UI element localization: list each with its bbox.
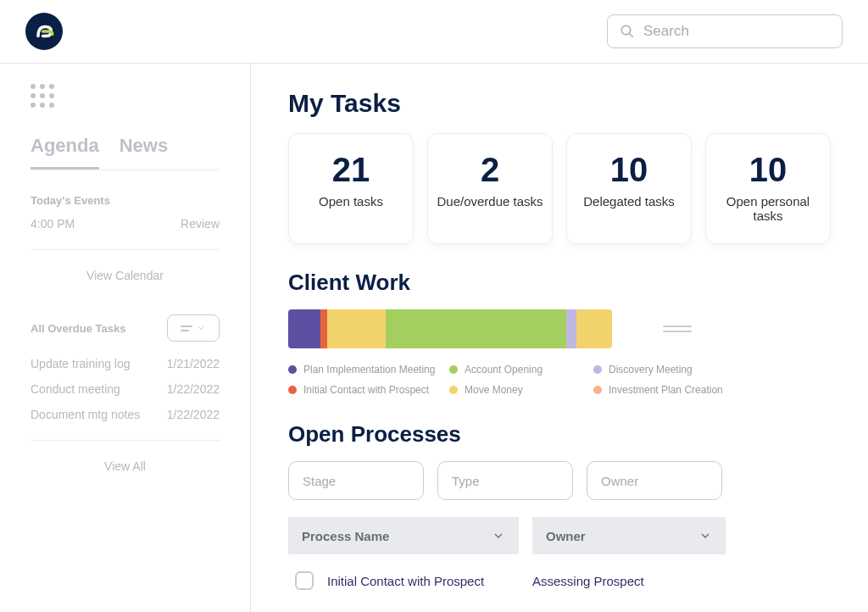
bar-segment[interactable] xyxy=(576,309,612,348)
view-calendar-link[interactable]: View Calendar xyxy=(31,269,220,282)
legend-dot xyxy=(288,365,297,374)
card-number: 10 xyxy=(574,151,684,189)
legend-label: Plan Implementation Meeting xyxy=(303,364,435,376)
th-label: Process Name xyxy=(302,529,389,543)
client-work-bar[interactable] xyxy=(288,309,612,348)
sidebar: Agenda News Today's Events 4:00 PM Revie… xyxy=(0,64,251,612)
bar-segment[interactable] xyxy=(327,309,386,348)
event-row[interactable]: 4:00 PM Review xyxy=(31,217,220,231)
legend-label: Account Opening xyxy=(465,364,542,376)
legend-label: Initial Contact with Prospect xyxy=(303,384,429,396)
overdue-task-date: 1/22/2022 xyxy=(167,408,220,421)
card-delegated[interactable]: 10 Delegated tasks xyxy=(566,133,692,244)
tab-news[interactable]: News xyxy=(120,135,168,170)
bar-segment[interactable] xyxy=(288,309,320,348)
open-processes-title: Open Processes xyxy=(288,421,831,448)
legend: Plan Implementation MeetingAccount Openi… xyxy=(288,364,831,396)
overdue-heading: All Overdue Tasks xyxy=(31,322,125,335)
client-work-title: Client Work xyxy=(288,270,831,296)
overdue-task-row[interactable]: Conduct meeting 1/22/2022 xyxy=(31,382,220,396)
legend-dot xyxy=(288,386,297,394)
legend-dot xyxy=(449,386,458,394)
sidebar-tabs: Agenda News xyxy=(31,135,220,170)
todays-events-heading: Today's Events xyxy=(31,194,220,207)
grip-icon[interactable] xyxy=(31,84,220,108)
task-cards: 21 Open tasks 2 Due/overdue tasks 10 Del… xyxy=(288,133,831,244)
bar-segment[interactable] xyxy=(386,309,567,348)
cell-owner: Assessing Prospect xyxy=(532,574,726,588)
drag-handle-icon[interactable] xyxy=(663,325,692,332)
overdue-task-row[interactable]: Document mtg notes 1/22/2022 xyxy=(31,408,220,421)
legend-item: Move Money xyxy=(449,384,593,396)
svg-point-0 xyxy=(621,25,631,35)
legend-item: Investment Plan Creation xyxy=(593,384,771,396)
search-input[interactable] xyxy=(643,23,830,40)
overdue-task-date: 1/22/2022 xyxy=(167,382,220,396)
overdue-task-title: Update training log xyxy=(31,357,131,370)
card-number: 21 xyxy=(296,151,406,189)
legend-dot xyxy=(593,365,602,374)
legend-dot xyxy=(449,365,458,374)
th-process-name[interactable]: Process Name xyxy=(288,517,519,554)
card-label: Open tasks xyxy=(296,194,406,209)
legend-label: Investment Plan Creation xyxy=(609,384,723,396)
card-label: Delegated tasks xyxy=(574,194,684,209)
legend-item: Discovery Meeting xyxy=(593,364,771,376)
card-number: 2 xyxy=(435,151,545,189)
row-checkbox[interactable] xyxy=(295,571,314,590)
overdue-task-row[interactable]: Update training log 1/21/2022 xyxy=(31,357,220,370)
logo-icon xyxy=(32,19,56,43)
overdue-task-date: 1/21/2022 xyxy=(167,357,220,370)
bar-segment[interactable] xyxy=(320,309,327,348)
my-tasks-title: My Tasks xyxy=(288,89,831,118)
overdue-task-title: Document mtg notes xyxy=(31,408,140,421)
table-row[interactable]: Initial Contact with Prospect Assessing … xyxy=(288,568,831,593)
logo xyxy=(25,13,63,50)
event-time: 4:00 PM xyxy=(31,217,75,231)
search-icon xyxy=(620,24,635,39)
legend-item: Initial Contact with Prospect xyxy=(288,384,449,396)
main: My Tasks 21 Open tasks 2 Due/overdue tas… xyxy=(251,64,868,612)
overdue-filter-button[interactable] xyxy=(167,314,220,342)
chevron-down-icon xyxy=(492,529,505,542)
header xyxy=(0,0,868,64)
legend-item: Account Opening xyxy=(449,364,593,376)
filter-stage[interactable]: Stage xyxy=(288,461,424,500)
card-personal[interactable]: 10 Open personal tasks xyxy=(705,133,831,244)
filter-type[interactable]: Type xyxy=(437,461,573,500)
legend-label: Move Money xyxy=(465,384,523,396)
filter-owner[interactable]: Owner xyxy=(587,461,722,500)
th-owner[interactable]: Owner xyxy=(532,517,726,554)
card-label: Due/overdue tasks xyxy=(435,194,545,209)
card-number: 10 xyxy=(713,151,823,189)
svg-line-1 xyxy=(629,33,633,37)
legend-dot xyxy=(593,386,602,394)
bar-segment[interactable] xyxy=(566,309,576,348)
overdue-task-title: Conduct meeting xyxy=(31,382,120,396)
th-label: Owner xyxy=(546,529,586,543)
filter-lines-icon xyxy=(181,325,192,331)
card-open-tasks[interactable]: 21 Open tasks xyxy=(288,133,414,244)
card-label: Open personal tasks xyxy=(713,194,823,223)
view-all-link[interactable]: View All xyxy=(31,459,220,473)
divider xyxy=(31,440,220,441)
legend-label: Discovery Meeting xyxy=(609,364,693,376)
chevron-down-icon xyxy=(698,529,712,542)
tab-agenda[interactable]: Agenda xyxy=(31,135,99,170)
search-box[interactable] xyxy=(607,14,843,48)
card-due-overdue[interactable]: 2 Due/overdue tasks xyxy=(427,133,553,244)
cell-process: Initial Contact with Prospect xyxy=(327,574,519,588)
legend-item: Plan Implementation Meeting xyxy=(288,364,449,376)
chevron-down-icon xyxy=(196,323,206,333)
divider xyxy=(31,249,220,250)
event-title: Review xyxy=(181,217,220,231)
